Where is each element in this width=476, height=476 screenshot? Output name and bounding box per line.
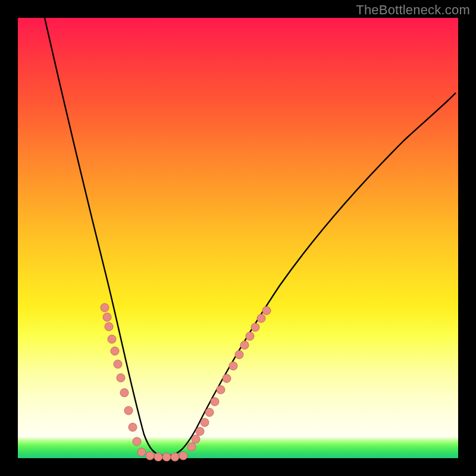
svg-point-21	[205, 408, 214, 416]
svg-point-1	[103, 313, 111, 321]
svg-point-13	[154, 453, 162, 461]
svg-point-28	[246, 332, 254, 340]
svg-point-18	[192, 435, 200, 443]
bottleneck-curve	[45, 18, 456, 456]
svg-point-15	[171, 453, 179, 461]
svg-point-3	[108, 335, 116, 343]
svg-point-31	[262, 306, 271, 315]
svg-point-4	[111, 347, 119, 355]
svg-point-10	[133, 437, 141, 446]
svg-point-17	[187, 443, 196, 451]
svg-point-16	[179, 452, 187, 460]
svg-point-0	[101, 303, 109, 312]
svg-point-5	[114, 360, 122, 368]
chart-svg	[18, 18, 458, 458]
watermark-text: TheBottleneck.com	[356, 2, 470, 18]
svg-point-2	[105, 322, 113, 331]
svg-point-7	[120, 389, 129, 397]
svg-point-24	[223, 374, 231, 383]
svg-point-27	[240, 341, 249, 349]
svg-point-26	[235, 350, 243, 359]
svg-point-30	[257, 314, 265, 322]
svg-point-23	[217, 386, 225, 394]
svg-point-11	[137, 448, 146, 456]
curve-dots-left	[101, 303, 146, 456]
svg-point-8	[124, 406, 133, 415]
svg-point-6	[117, 374, 125, 382]
chart-frame: TheBottleneck.com	[0, 0, 476, 476]
curve-dots-right	[187, 306, 271, 451]
svg-point-19	[196, 427, 204, 436]
svg-point-20	[201, 418, 209, 427]
svg-point-12	[146, 452, 154, 460]
svg-point-25	[229, 362, 237, 370]
curve-dots-bottom	[146, 452, 187, 461]
svg-point-22	[211, 397, 219, 406]
svg-point-9	[129, 423, 137, 431]
svg-point-29	[251, 323, 259, 331]
svg-point-14	[162, 453, 171, 461]
